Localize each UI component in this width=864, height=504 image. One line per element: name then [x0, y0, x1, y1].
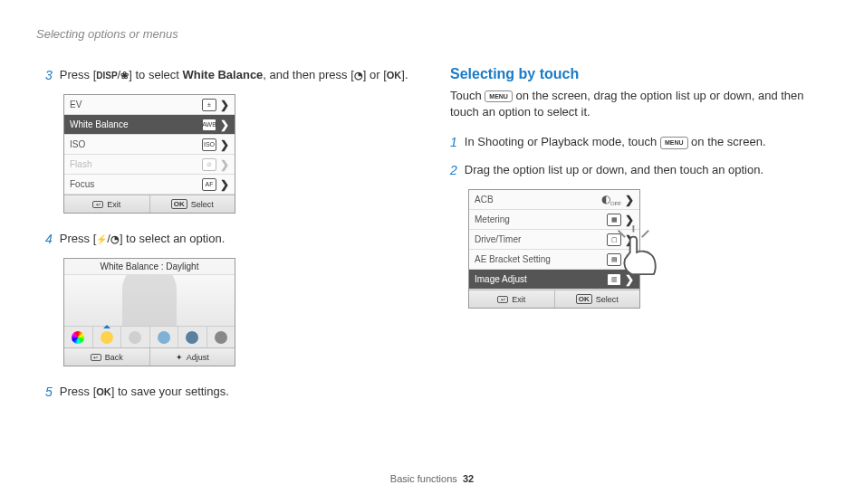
t: In Shooting or Playback mode, touch	[465, 135, 660, 148]
chevron-right-icon: ❯	[625, 214, 634, 226]
touch-finger-icon	[613, 225, 664, 276]
white-balance-screen: White Balance : Daylight ↩Back ✦Adjust	[63, 258, 235, 366]
menu-bottom-bar: ↩Exit OKSelect	[469, 290, 639, 308]
step-5: 5 Press [OK] to save your settings.	[45, 383, 414, 402]
ok-icon: OK	[576, 294, 592, 304]
touch-step-2: 2 Drag the option list up or down, and t…	[450, 161, 819, 180]
flash-off-icon: ⊘	[202, 158, 216, 171]
macro-icon	[120, 68, 129, 83]
menu-row-acb[interactable]: ACB ◐OFF❯	[469, 190, 639, 210]
t: Press [	[60, 68, 96, 81]
timer-icon	[354, 68, 363, 83]
t: Press [	[60, 232, 96, 245]
menu-label: AE Bracket Setting	[475, 254, 551, 264]
step-5-text: Press [OK] to save your settings.	[60, 383, 414, 402]
page-footer: Basic functions 32	[0, 473, 864, 484]
chevron-right-icon: ❯	[220, 138, 229, 151]
chevron-right-icon: ❯	[220, 158, 229, 171]
menu-row-iso[interactable]: ISO ISO❯	[64, 135, 235, 155]
timer-icon	[110, 232, 120, 247]
menu-row-white-balance[interactable]: White Balance AWB❯	[64, 115, 235, 135]
adjust-button[interactable]: ✦Adjust	[150, 348, 235, 366]
right-column: Selecting by touch Touch MENU on the scr…	[450, 66, 819, 411]
step-num-5: 5	[45, 383, 53, 402]
t: ] or [	[363, 68, 387, 81]
iso-icon: ISO	[202, 138, 216, 151]
wb-swatch-awb[interactable]	[64, 327, 93, 347]
footer-section: Basic functions	[390, 473, 457, 484]
touch-step-1: 1 In Shooting or Playback mode, touch ME…	[450, 133, 819, 152]
t: Back	[105, 353, 123, 362]
white-balance-label: White Balance	[182, 68, 263, 81]
menu-label: Focus	[70, 179, 94, 189]
step-4-text: Press [/] to select an option.	[60, 230, 414, 249]
camera-menu-screen-1: EV ±❯ White Balance AWB❯ ISO ISO❯ Flash …	[63, 94, 235, 214]
flash-icon	[96, 233, 107, 246]
step-3: 3 Press [DISP/] to select White Balance,…	[45, 66, 414, 85]
back-button[interactable]: ↩Back	[64, 348, 150, 366]
touch-screen-wrap: ACB ◐OFF❯ Metering ▦❯ Drive/Timer ▢❯ AE …	[468, 189, 658, 309]
t: Select	[596, 295, 619, 304]
t: ] to save your settings.	[111, 385, 229, 398]
wb-title: White Balance : Daylight	[64, 259, 235, 275]
menu-label: EV	[70, 100, 82, 109]
menu-label: ACB	[475, 195, 494, 204]
wb-bottom-bar: ↩Back ✦Adjust	[64, 347, 235, 366]
back-icon: ↩	[91, 354, 101, 361]
menu-label: Metering	[475, 214, 510, 224]
left-column: 3 Press [DISP/] to select White Balance,…	[45, 66, 414, 411]
exit-button[interactable]: ↩Exit	[64, 195, 150, 213]
exit-button[interactable]: ↩Exit	[469, 290, 555, 308]
menu-row-focus[interactable]: Focus AF❯	[64, 175, 235, 195]
back-icon: ↩	[92, 201, 103, 208]
step-3-text: Press [DISP/] to select White Balance, a…	[60, 66, 414, 85]
menu-label: ISO	[70, 139, 85, 149]
wb-swatch-custom[interactable]	[207, 327, 235, 347]
select-button[interactable]: OKSelect	[150, 195, 235, 213]
wb-swatch-daylight[interactable]	[93, 327, 122, 347]
touch-step-1-text: In Shooting or Playback mode, touch MENU…	[465, 133, 819, 152]
ok-icon: OK	[387, 68, 402, 83]
ok-icon: OK	[96, 385, 111, 400]
menu-bottom-bar: ↩Exit OKSelect	[64, 195, 235, 213]
menu-row-ev[interactable]: EV ±❯	[64, 95, 235, 115]
adjust-icon: ✦	[176, 353, 183, 362]
t: Exit	[107, 200, 120, 209]
metering-icon: ▦	[607, 214, 621, 226]
select-button[interactable]: OKSelect	[555, 290, 640, 308]
section-title: Selecting by touch	[450, 66, 819, 82]
ok-icon: OK	[171, 199, 187, 209]
content-columns: 3 Press [DISP/] to select White Balance,…	[45, 66, 819, 411]
wb-swatch-cloudy[interactable]	[121, 327, 150, 347]
step-num-1: 1	[450, 133, 457, 152]
menu-row-flash[interactable]: Flash ⊘❯	[64, 155, 235, 175]
acb-off-icon: ◐OFF	[601, 193, 621, 206]
footer-page: 32	[463, 473, 474, 484]
awb-icon: AWB	[202, 119, 216, 131]
t: , and then press [	[263, 68, 353, 81]
af-icon: AF	[202, 178, 216, 191]
touch-step-2-text: Drag the option list up or down, and the…	[465, 161, 819, 180]
t: Adjust	[187, 353, 209, 362]
t: Touch	[450, 89, 485, 102]
section-desc: Touch MENU on the screen, drag the optio…	[450, 88, 819, 120]
chevron-right-icon: ❯	[220, 119, 229, 131]
wb-swatch-tungsten[interactable]	[178, 327, 207, 347]
wb-swatch-fluorescent[interactable]	[150, 327, 179, 347]
silhouette-icon	[122, 275, 177, 326]
step-num-4: 4	[45, 230, 53, 249]
page-header: Selecting options or menus	[36, 27, 819, 41]
disp-icon: DISP	[96, 69, 117, 82]
menu-label: Image Adjust	[475, 274, 527, 284]
t: Exit	[512, 295, 525, 304]
t: Press [	[60, 385, 96, 398]
menu-button-icon: MENU	[660, 137, 688, 150]
step-num-3: 3	[45, 66, 53, 85]
chevron-right-icon: ❯	[220, 178, 229, 191]
menu-button-icon: MENU	[485, 90, 513, 103]
step-num-2: 2	[450, 161, 457, 180]
back-icon: ↩	[497, 296, 508, 303]
t: Select	[191, 200, 214, 209]
ev-icon: ±	[202, 99, 216, 111]
wb-swatches	[64, 326, 235, 347]
